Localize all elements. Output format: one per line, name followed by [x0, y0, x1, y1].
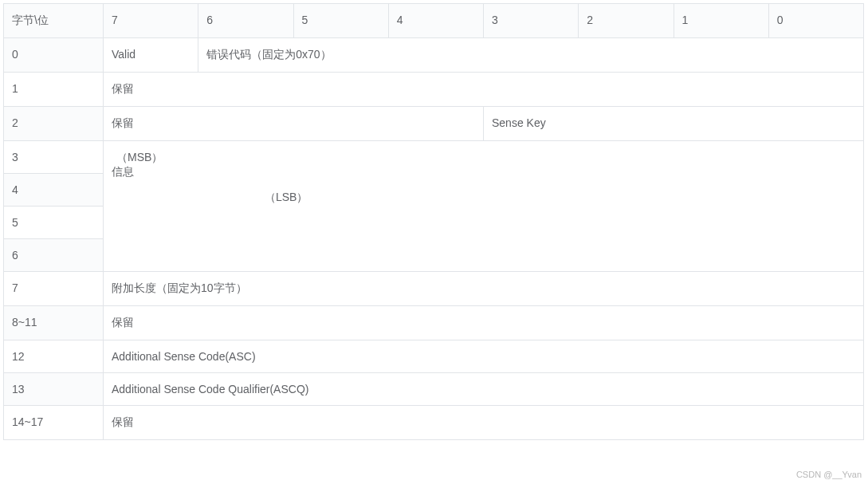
header-bit-0: 0: [768, 4, 863, 38]
header-bit-7: 7: [104, 4, 198, 38]
byte-label: 8~11: [4, 306, 104, 340]
information-cell: （MSB） 信息 （LSB）: [104, 141, 864, 272]
error-code-cell: 错误代码（固定为0x70）: [198, 38, 864, 73]
byte-label: 3: [4, 141, 104, 174]
byte-label: 13: [4, 373, 104, 406]
byte-label: 14~17: [4, 406, 104, 440]
msb-label: （MSB）: [112, 151, 163, 163]
header-bit-6: 6: [198, 4, 293, 38]
header-bit-2: 2: [579, 4, 674, 38]
table-row: 2 保留 Sense Key: [4, 107, 864, 141]
table-row: 13 Additional Sense Code Qualifier(ASCQ): [4, 373, 864, 406]
table-row: 14~17 保留: [4, 406, 864, 440]
valid-cell: Valid: [104, 38, 198, 73]
table-row: 3 （MSB） 信息 （LSB）: [4, 141, 864, 174]
header-byte-bit: 字节\位: [4, 4, 104, 38]
reserved-cell: 保留: [104, 306, 864, 340]
sense-data-table: 字节\位 7 6 5 4 3 2 1 0 0 Valid 错误代码（固定为0x7…: [3, 3, 864, 440]
reserved-cell: 保留: [104, 73, 864, 107]
byte-label: 6: [4, 239, 104, 272]
reserved-cell: 保留: [104, 406, 864, 440]
ascq-cell: Additional Sense Code Qualifier(ASCQ): [104, 373, 864, 406]
byte-label: 5: [4, 207, 104, 239]
header-bit-3: 3: [484, 4, 579, 38]
byte-label: 1: [4, 73, 104, 107]
lsb-label: （LSB）: [112, 191, 855, 205]
table-row: 0 Valid 错误代码（固定为0x70）: [4, 38, 864, 73]
byte-label: 4: [4, 174, 104, 207]
table-row: 1 保留: [4, 73, 864, 107]
additional-length-cell: 附加长度（固定为10字节）: [104, 272, 864, 306]
header-bit-1: 1: [674, 4, 768, 38]
table-row: 8~11 保留: [4, 306, 864, 340]
header-bit-5: 5: [293, 4, 388, 38]
info-label: 信息: [112, 165, 855, 179]
byte-label: 7: [4, 272, 104, 306]
reserved-cell: 保留: [104, 107, 484, 141]
table-row: 7 附加长度（固定为10字节）: [4, 272, 864, 306]
sense-key-cell: Sense Key: [484, 107, 864, 141]
header-row: 字节\位 7 6 5 4 3 2 1 0: [4, 4, 864, 38]
header-bit-4: 4: [388, 4, 483, 38]
table-row: 12 Additional Sense Code(ASC): [4, 340, 864, 373]
byte-label: 12: [4, 340, 104, 373]
asc-cell: Additional Sense Code(ASC): [104, 340, 864, 373]
byte-label: 2: [4, 107, 104, 141]
byte-label: 0: [4, 38, 104, 73]
